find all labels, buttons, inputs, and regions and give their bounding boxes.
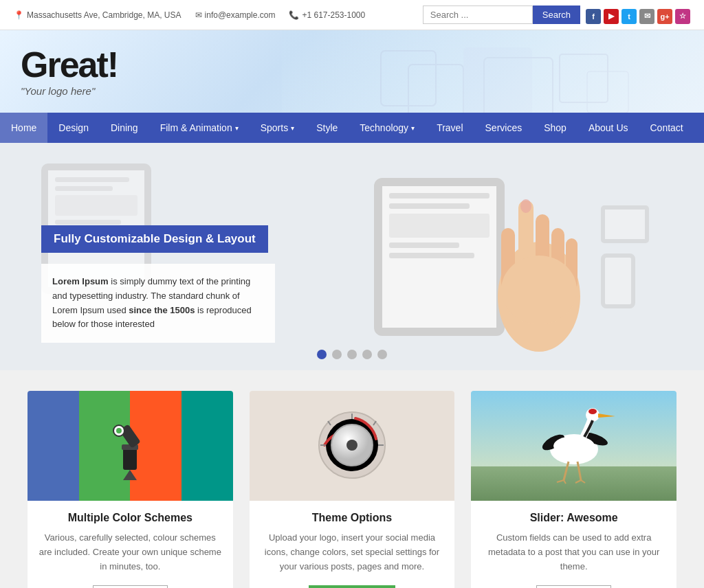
top-bar: 📍 Massachusetts Ave, Cambridge, MA, USA …: [0, 0, 704, 30]
nav-style[interactable]: Style: [305, 113, 349, 143]
nav-shop[interactable]: Shop: [533, 113, 578, 143]
site-logo: Great! "Your logo here": [21, 47, 118, 97]
hand-svg: [470, 159, 608, 352]
address-info: 📍 Massachusetts Ave, Cambridge, MA, USA: [14, 10, 182, 20]
color-schemes-desc: Various, carefully selected, colour sche…: [38, 531, 222, 574]
svg-line-40: [581, 480, 585, 483]
youtube-icon[interactable]: ▶: [604, 9, 619, 24]
learn-more-button[interactable]: Learn More: [93, 585, 167, 588]
search-button[interactable]: Search: [533, 5, 580, 24]
slider-awesome-desc: Custom fields can be used to add extra m…: [482, 531, 666, 574]
knob-svg: [311, 404, 393, 486]
svg-line-36: [578, 462, 581, 480]
dot-4[interactable]: [362, 350, 372, 359]
color-schemes-title: Multiple Color Schemes: [38, 512, 222, 524]
top-bar-right: Search f ▶ t ✉ g+ ☆: [423, 5, 690, 24]
contact-info: 📍 Massachusetts Ave, Cambridge, MA, USA …: [14, 10, 365, 20]
bird-svg: [519, 401, 629, 490]
svg-line-35: [564, 462, 569, 480]
envelope-icon: ✉: [195, 10, 202, 20]
address-text: Massachusetts Ave, Cambridge, MA, USA: [27, 10, 182, 20]
feature-theme-options: Theme Options Upload your logo, insert y…: [250, 391, 455, 588]
try-it-button[interactable]: Try it today!: [536, 585, 611, 588]
tech-dropdown-arrow: ▾: [411, 124, 415, 132]
dot-2[interactable]: [332, 350, 342, 359]
phone-text: +1 617-253-1000: [302, 10, 365, 20]
features-section: Multiple Color Schemes Various, carefull…: [0, 370, 704, 588]
nav-about[interactable]: About Us: [578, 113, 639, 143]
feature-slider: Slider: Awesome Custom fields can be use…: [471, 391, 676, 588]
svg-point-28: [346, 440, 358, 451]
theme-options-body: Theme Options Upload your logo, insert y…: [250, 501, 455, 588]
nav-home[interactable]: Home: [0, 113, 47, 143]
hero-badge: Fully Customizable Design & Layout: [41, 225, 268, 253]
svg-point-34: [588, 409, 597, 414]
nav-travel[interactable]: Travel: [426, 113, 474, 143]
logo-tagline: "Your logo here": [21, 85, 118, 97]
theme-options-title: Theme Options: [261, 512, 444, 524]
hero-since: since the 1500s: [129, 305, 195, 315]
hero-devices: [374, 157, 649, 357]
nav-design[interactable]: Design: [47, 113, 100, 143]
main-nav: Home Design Dining Film & Animation ▾ Sp…: [0, 113, 704, 143]
dropper-icon: [102, 411, 157, 480]
register-now-button[interactable]: Register Now: [309, 585, 395, 588]
hero-lorem: Lorem Ipsum: [52, 276, 109, 286]
nav-sports[interactable]: Sports ▾: [250, 113, 305, 143]
nav-contact[interactable]: Contact: [639, 113, 694, 143]
instagram-icon[interactable]: ☆: [675, 9, 690, 24]
color-schemes-image: [28, 391, 233, 501]
svg-point-13: [520, 199, 531, 213]
slider-awesome-image: [471, 391, 676, 501]
hero-slider: Fully Customizable Design & Layout Lorem…: [0, 143, 704, 370]
svg-line-37: [557, 480, 564, 482]
twitter-icon[interactable]: t: [622, 9, 637, 24]
hero-content: Fully Customizable Design & Layout Lorem…: [41, 170, 275, 343]
svg-marker-15: [123, 470, 137, 480]
search-box: Search: [423, 5, 580, 24]
film-dropdown-arrow: ▾: [235, 124, 239, 132]
theme-options-image: [250, 391, 455, 501]
pin-icon: 📍: [14, 10, 24, 20]
svg-line-38: [564, 480, 566, 484]
hero-text: Lorem Ipsum is simply dummy text of the …: [41, 264, 275, 343]
email-text: info@example.com: [205, 10, 276, 20]
site-header: Great! "Your logo here": [0, 30, 704, 113]
logo-title: Great!: [21, 47, 118, 82]
social-icons: f ▶ t ✉ g+ ☆: [586, 9, 690, 24]
googleplus-icon[interactable]: g+: [657, 9, 672, 24]
nav-film[interactable]: Film & Animation ▾: [149, 113, 250, 143]
phone-info: 📞 +1 617-253-1000: [289, 10, 365, 20]
bird-background: [471, 391, 676, 501]
svg-point-19: [116, 428, 122, 433]
slider-awesome-title: Slider: Awesome: [482, 512, 666, 524]
nav-technology[interactable]: Technology ▾: [349, 113, 426, 143]
email-social-icon[interactable]: ✉: [639, 9, 654, 24]
nav-dining[interactable]: Dining: [100, 113, 149, 143]
svg-line-39: [575, 480, 581, 483]
slider-awesome-body: Slider: Awesome Custom fields can be use…: [471, 501, 676, 588]
email-info: ✉ info@example.com: [195, 10, 276, 20]
dot-1[interactable]: [317, 350, 327, 359]
svg-point-12: [501, 256, 577, 324]
sports-dropdown-arrow: ▾: [291, 124, 294, 132]
search-input[interactable]: [423, 5, 533, 24]
color-schemes-body: Multiple Color Schemes Various, carefull…: [28, 501, 233, 588]
facebook-icon[interactable]: f: [586, 9, 601, 24]
nav-services[interactable]: Services: [474, 113, 534, 143]
dot-3[interactable]: [347, 350, 357, 359]
svg-rect-4: [560, 54, 608, 102]
theme-options-desc: Upload your logo, insert your social med…: [261, 531, 444, 574]
svg-point-32: [553, 436, 595, 455]
header-decorative-grid: [374, 44, 649, 113]
phone-icon: 📞: [289, 10, 299, 20]
feature-color-schemes: Multiple Color Schemes Various, carefull…: [28, 391, 233, 588]
